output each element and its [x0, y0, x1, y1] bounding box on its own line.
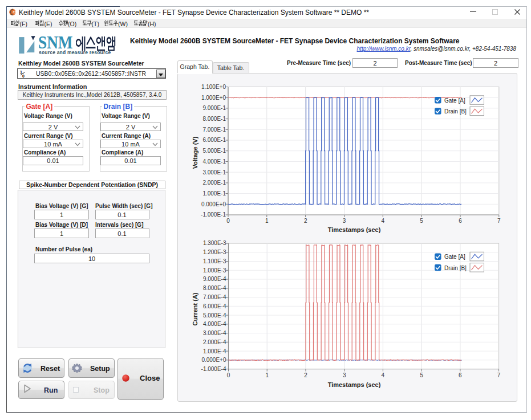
svg-text:6: 6	[459, 372, 462, 378]
svg-text:1.200E-3: 1.200E-3	[203, 249, 226, 255]
svg-text:2: 2	[304, 218, 307, 224]
svg-text:Gate [A]: Gate [A]	[444, 97, 465, 104]
svg-text:1.000E-3: 1.000E-3	[203, 267, 226, 274]
svg-text:3.000E-1: 3.000E-1	[202, 169, 226, 176]
svg-text:0: 0	[226, 218, 230, 224]
svg-text:0.000E+0: 0.000E+0	[201, 357, 226, 363]
svg-text:2.000E-4: 2.000E-4	[203, 339, 226, 345]
svg-text:8.000E-4: 8.000E-4	[203, 285, 226, 291]
svg-text:Timestamps (sec): Timestamps (sec)	[328, 226, 381, 233]
svg-text:3: 3	[343, 218, 346, 224]
svg-text:8.000E-1: 8.000E-1	[202, 116, 226, 122]
svg-text:4: 4	[382, 218, 385, 224]
svg-text:1.100E+0: 1.100E+0	[201, 84, 226, 90]
svg-text:7: 7	[497, 218, 501, 224]
svg-text:5: 5	[420, 218, 423, 224]
svg-text:Drain [B]: Drain [B]	[444, 265, 467, 271]
svg-text:4.000E-1: 4.000E-1	[202, 158, 226, 165]
svg-text:-1.000E-4: -1.000E-4	[201, 366, 226, 372]
svg-text:3.000E-4: 3.000E-4	[203, 330, 226, 336]
svg-text:2: 2	[304, 372, 307, 378]
svg-text:4.000E-4: 4.000E-4	[203, 321, 226, 327]
svg-text:0: 0	[227, 372, 230, 378]
svg-text:5.000E-1: 5.000E-1	[202, 148, 226, 154]
svg-text:4: 4	[382, 372, 385, 378]
svg-text:-1.000E-1: -1.000E-1	[201, 211, 226, 218]
svg-text:9.000E-1: 9.000E-1	[202, 105, 226, 111]
svg-text:9.000E-4: 9.000E-4	[203, 276, 226, 282]
svg-text:1.000E-1: 1.000E-1	[202, 190, 226, 197]
svg-text:6: 6	[459, 218, 462, 224]
svg-text:6.000E-4: 6.000E-4	[203, 303, 226, 309]
svg-text:7.000E-1: 7.000E-1	[202, 127, 226, 133]
svg-text:1.300E-3: 1.300E-3	[203, 240, 226, 246]
svg-text:Current (A): Current (A)	[192, 292, 198, 325]
svg-text:2.000E-1: 2.000E-1	[202, 180, 226, 186]
svg-text:3: 3	[343, 372, 346, 378]
svg-text:5.000E-4: 5.000E-4	[203, 312, 226, 319]
svg-text:Drain [B]: Drain [B]	[444, 108, 467, 115]
svg-text:1: 1	[265, 372, 269, 378]
svg-text:Gate [A]: Gate [A]	[444, 254, 465, 260]
svg-text:1.100E-3: 1.100E-3	[203, 258, 226, 264]
svg-text:0: 0	[22, 74, 25, 78]
svg-text:7.000E-4: 7.000E-4	[203, 294, 226, 300]
svg-text:6.000E-1: 6.000E-1	[202, 137, 226, 143]
svg-text:1.000E+0: 1.000E+0	[201, 95, 226, 101]
svg-text:7: 7	[497, 372, 501, 378]
svg-text:5: 5	[420, 372, 423, 378]
svg-text:0.000E+0: 0.000E+0	[201, 201, 226, 207]
svg-text:1: 1	[265, 218, 269, 224]
svg-text:Voltage (V): Voltage (V)	[192, 136, 198, 169]
svg-text:Timestamps (sec): Timestamps (sec)	[328, 381, 381, 388]
svg-text:1.000E-4: 1.000E-4	[203, 348, 226, 354]
